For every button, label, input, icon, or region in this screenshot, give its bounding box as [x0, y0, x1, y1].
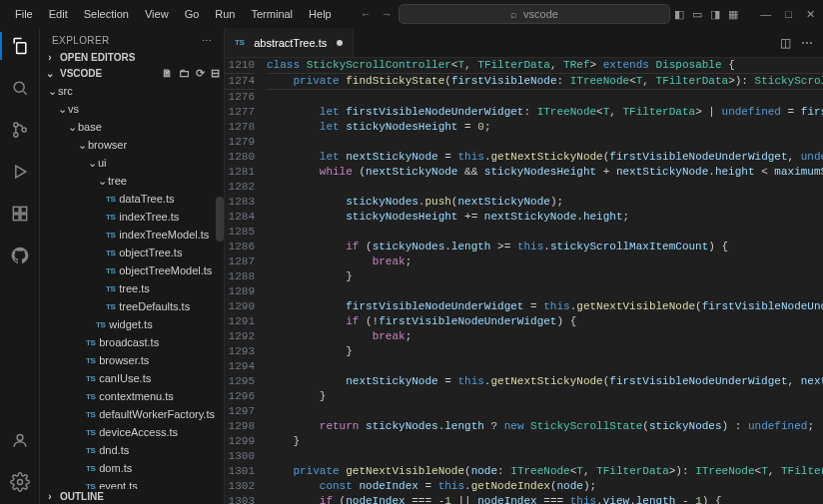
tree-label: widget.ts — [109, 318, 152, 330]
activity-settings-icon[interactable] — [8, 470, 32, 494]
folder-node[interactable]: ⌄src — [40, 82, 224, 100]
command-center-text: vscode — [523, 8, 558, 20]
window-close-icon[interactable]: ✕ — [806, 8, 815, 21]
file-node[interactable]: TScontextmenu.ts — [40, 387, 224, 405]
menu-terminal[interactable]: Terminal — [245, 5, 301, 23]
explorer-more-icon[interactable]: ⋯ — [202, 35, 212, 46]
code-content[interactable]: class StickyScrollController<T, TFilterD… — [267, 58, 823, 504]
dirty-indicator-icon — [337, 40, 343, 46]
tree-label: browser — [88, 139, 127, 151]
menu-go[interactable]: Go — [178, 5, 207, 23]
nav-forward-icon[interactable]: → — [380, 6, 395, 22]
file-node[interactable]: TSwidget.ts — [40, 315, 224, 333]
new-folder-icon[interactable]: 🗀 — [179, 67, 190, 80]
file-node[interactable]: TSindexTreeModel.ts — [40, 226, 224, 244]
folder-node[interactable]: ⌄browser — [40, 136, 224, 154]
collapse-all-icon[interactable]: ⊟ — [211, 67, 220, 80]
search-icon: ⌕ — [510, 8, 517, 20]
file-tree[interactable]: ⌄src⌄vs⌄base⌄browser⌄ui⌄treeTSdataTree.t… — [40, 82, 224, 489]
nav-back-icon[interactable]: ← — [359, 6, 374, 22]
editor-group: TS abstractTree.ts ◫ ⋯ 12101274127612771… — [225, 28, 823, 504]
title-bar: FileEditSelectionViewGoRunTerminalHelp ←… — [0, 0, 823, 28]
tree-label: tree — [108, 175, 127, 187]
tree-label: defaultWorkerFactory.ts — [99, 408, 215, 420]
tree-label: event.ts — [99, 480, 138, 489]
activity-explorer-icon[interactable] — [8, 34, 32, 58]
typescript-icon: TS — [86, 464, 95, 473]
chevron-right-icon: › — [44, 52, 56, 63]
file-node[interactable]: TSdefaultWorkerFactory.ts — [40, 405, 224, 423]
typescript-icon: TS — [86, 392, 95, 401]
file-node[interactable]: TSobjectTreeModel.ts — [40, 261, 224, 279]
file-node[interactable]: TSdom.ts — [40, 459, 224, 477]
code-area[interactable]: 1210127412761277127812791280128112821283… — [225, 58, 823, 504]
file-node[interactable]: TStreeDefaults.ts — [40, 297, 224, 315]
explorer-header: EXPLORER ⋯ — [40, 28, 224, 50]
typescript-icon: TS — [86, 356, 95, 365]
tree-label: src — [58, 85, 73, 97]
tree-label: dom.ts — [99, 462, 132, 474]
tree-scrollbar[interactable] — [216, 197, 224, 242]
typescript-icon: TS — [106, 302, 115, 311]
svg-rect-5 — [13, 215, 19, 221]
file-node[interactable]: TScanIUse.ts — [40, 369, 224, 387]
svg-rect-4 — [13, 207, 19, 213]
menu-file[interactable]: File — [8, 5, 40, 23]
folder-node[interactable]: ⌄tree — [40, 172, 224, 190]
section-outline[interactable]: ›OUTLINE — [40, 489, 224, 504]
section-open-editors[interactable]: ›OPEN EDITORS — [40, 50, 224, 65]
tree-label: base — [78, 121, 102, 133]
tab-more-icon[interactable]: ⋯ — [801, 36, 813, 50]
command-center[interactable]: ⌕ vscode — [399, 4, 671, 24]
menu-selection[interactable]: Selection — [77, 5, 136, 23]
menu-edit[interactable]: Edit — [42, 5, 75, 23]
svg-rect-7 — [20, 207, 26, 213]
split-editor-icon[interactable]: ◫ — [780, 36, 791, 50]
typescript-icon: TS — [86, 374, 95, 383]
window-minimize-icon[interactable]: — — [760, 8, 771, 21]
file-node[interactable]: TSindexTree.ts — [40, 208, 224, 226]
activity-extensions-icon[interactable] — [8, 202, 32, 226]
activity-accounts-icon[interactable] — [8, 428, 32, 452]
window-maximize-icon[interactable]: □ — [785, 8, 792, 21]
menu-bar: FileEditSelectionViewGoRunTerminalHelp — [8, 5, 339, 23]
tree-label: dataTree.ts — [119, 193, 174, 205]
folder-node[interactable]: ⌄base — [40, 118, 224, 136]
file-node[interactable]: TSdataTree.ts — [40, 190, 224, 208]
layout-sidebar-right-icon[interactable]: ◨ — [710, 8, 720, 21]
refresh-icon[interactable]: ⟳ — [196, 67, 205, 80]
activity-search-icon[interactable] — [8, 76, 32, 100]
tree-label: deviceAccess.ts — [99, 426, 178, 438]
file-node[interactable]: TSevent.ts — [40, 477, 224, 489]
layout-customize-icon[interactable]: ▦ — [728, 8, 738, 21]
activity-github-icon[interactable] — [8, 244, 32, 267]
file-node[interactable]: TSbrowser.ts — [40, 351, 224, 369]
section-folder[interactable]: ⌄VSCODE 🗎 🗀 ⟳ ⊟ — [40, 65, 224, 82]
folder-label: VSCODE — [60, 68, 102, 79]
activity-run-debug-icon[interactable] — [8, 160, 32, 184]
typescript-icon: TS — [86, 410, 95, 419]
file-node[interactable]: TSdnd.ts — [40, 441, 224, 459]
svg-point-8 — [17, 435, 23, 441]
svg-point-2 — [13, 133, 17, 137]
tree-label: objectTreeModel.ts — [119, 264, 212, 276]
svg-rect-6 — [20, 215, 26, 221]
new-file-icon[interactable]: 🗎 — [162, 67, 173, 80]
file-node[interactable]: TSbroadcast.ts — [40, 333, 224, 351]
explorer-sidebar: EXPLORER ⋯ ›OPEN EDITORS ⌄VSCODE 🗎 🗀 ⟳ ⊟… — [40, 28, 225, 504]
folder-node[interactable]: ⌄vs — [40, 100, 224, 118]
typescript-icon: TS — [106, 213, 115, 222]
activity-bar — [0, 28, 40, 504]
tree-label: contextmenu.ts — [99, 390, 174, 402]
file-node[interactable]: TStree.ts — [40, 279, 224, 297]
tab-abstract-tree[interactable]: TS abstractTree.ts — [225, 28, 354, 57]
file-node[interactable]: TSdeviceAccess.ts — [40, 423, 224, 441]
menu-run[interactable]: Run — [208, 5, 242, 23]
menu-view[interactable]: View — [138, 5, 176, 23]
menu-help[interactable]: Help — [302, 5, 339, 23]
activity-source-control-icon[interactable] — [8, 118, 32, 142]
folder-node[interactable]: ⌄ui — [40, 154, 224, 172]
file-node[interactable]: TSobjectTree.ts — [40, 244, 224, 261]
layout-panel-icon[interactable]: ▭ — [692, 8, 702, 21]
layout-sidebar-left-icon[interactable]: ◧ — [674, 8, 684, 21]
